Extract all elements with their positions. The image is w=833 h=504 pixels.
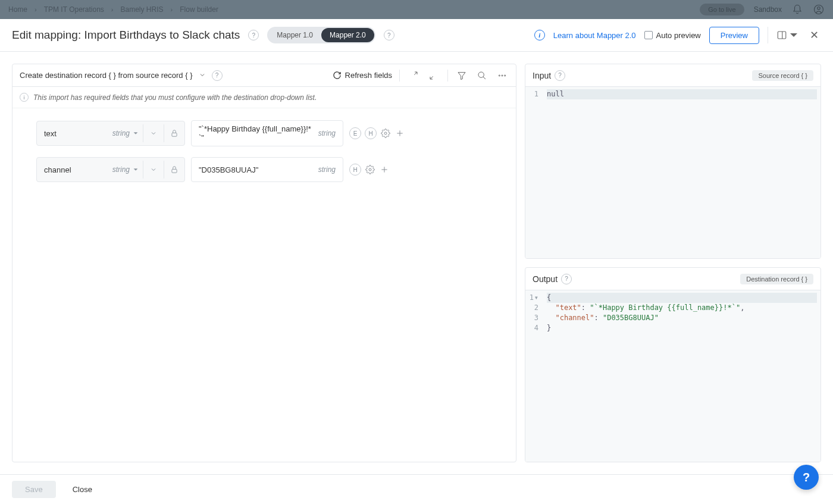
info-icon: i: [534, 30, 545, 40]
info-icon: i: [20, 93, 29, 102]
layout-toggle[interactable]: [776, 30, 799, 40]
caret-down-icon: [133, 131, 138, 136]
svg-line-8: [483, 77, 486, 79]
breadcrumb-item[interactable]: Flow builder: [180, 5, 218, 14]
svg-rect-12: [172, 133, 177, 136]
save-button[interactable]: Save: [12, 481, 56, 498]
chevron-down-icon[interactable]: [148, 166, 159, 173]
more-icon[interactable]: [496, 69, 509, 82]
help-icon[interactable]: ?: [212, 70, 223, 81]
mapper-v1-tab[interactable]: Mapper 1.0: [268, 28, 321, 42]
mapper-version-toggle: Mapper 1.0 Mapper 2.0: [267, 27, 375, 43]
auto-preview-checkbox[interactable]: Auto preview: [644, 31, 701, 40]
svg-point-13: [384, 132, 387, 134]
output-panel: Output ? Destination record { } 1▾234 { …: [525, 267, 821, 462]
preview-panel: Input ? Source record { } 1 null Output …: [525, 64, 821, 462]
sandbox-label: Sandbox: [754, 5, 782, 14]
svg-rect-16: [172, 169, 177, 173]
caret-down-icon: [133, 167, 138, 172]
breadcrumb-item[interactable]: Bamely HRIS: [121, 5, 164, 14]
help-fab[interactable]: ?: [794, 465, 819, 490]
svg-marker-6: [458, 72, 465, 79]
mapping-row: channel string "D035BG8UUAJ" string H: [36, 157, 509, 182]
divider: [768, 27, 768, 43]
row-actions: H: [349, 164, 390, 176]
footer: Save Close: [0, 474, 833, 504]
breadcrumb: Home › TPM IT Operations › Bamely HRIS ›…: [8, 5, 218, 14]
learn-mapper-link[interactable]: Learn about Mapper 2.0: [553, 31, 636, 40]
line-gutter: 1: [525, 87, 543, 258]
plus-icon[interactable]: [394, 128, 405, 139]
e-badge[interactable]: E: [349, 127, 361, 139]
h-badge[interactable]: H: [365, 127, 377, 139]
line-gutter: 1▾234: [525, 290, 543, 462]
svg-point-11: [505, 75, 506, 76]
close-button[interactable]: ✕: [807, 26, 821, 44]
chevron-right-icon: ›: [171, 6, 173, 13]
chevron-right-icon: ›: [35, 6, 37, 13]
help-icon[interactable]: ?: [555, 70, 565, 81]
destination-field-selector[interactable]: channel string: [36, 157, 185, 182]
expand-icon[interactable]: [407, 69, 420, 82]
mapper-v2-tab[interactable]: Mapper 2.0: [321, 28, 374, 42]
chevron-right-icon: ›: [111, 6, 114, 13]
auto-preview-label: Auto preview: [656, 31, 701, 40]
source-value-input[interactable]: "D035BG8UUAJ" string: [191, 157, 343, 182]
refresh-fields-button[interactable]: Refresh fields: [333, 71, 392, 80]
search-icon[interactable]: [475, 69, 488, 82]
breadcrumb-item[interactable]: Home: [8, 5, 27, 14]
filter-icon[interactable]: [455, 69, 468, 82]
checkbox-icon: [644, 31, 653, 39]
source-record-badge: Source record { }: [752, 70, 813, 81]
svg-line-5: [430, 76, 433, 79]
svg-line-4: [414, 72, 417, 75]
page-title: Edit mapping: Import Birthdays to Slack …: [12, 29, 240, 42]
help-icon[interactable]: ?: [248, 30, 259, 40]
close-button[interactable]: Close: [67, 481, 98, 498]
bell-icon[interactable]: [791, 4, 803, 15]
chevron-down-icon[interactable]: [199, 71, 206, 80]
collapse-icon[interactable]: [427, 69, 440, 82]
breadcrumb-item[interactable]: TPM IT Operations: [44, 5, 104, 14]
svg-point-9: [499, 75, 500, 76]
svg-point-10: [502, 75, 503, 76]
gear-icon[interactable]: [380, 128, 391, 139]
destination-field-selector[interactable]: text string: [36, 121, 185, 146]
gear-icon[interactable]: [365, 164, 375, 175]
input-code-editor[interactable]: 1 null: [525, 87, 821, 258]
output-header: Output ? Destination record { }: [525, 268, 821, 290]
output-code-editor[interactable]: 1▾234 { "text": "`*Happy Birthday {{full…: [525, 290, 821, 462]
go-live-pill[interactable]: Go to live: [700, 4, 744, 15]
lock-icon: [169, 165, 180, 174]
h-badge[interactable]: H: [349, 164, 361, 176]
chevron-down-icon[interactable]: [148, 130, 159, 137]
mapping-rows: text string "`*Happy Birthday {{full_nam…: [12, 108, 516, 189]
mapping-row: text string "`*Happy Birthday {{full_nam…: [36, 120, 509, 146]
mapping-panel-header: Create destination record { } from sourc…: [12, 64, 516, 87]
svg-point-17: [369, 168, 371, 171]
main-area: Create destination record { } from sourc…: [0, 52, 833, 474]
help-icon[interactable]: ?: [561, 274, 572, 284]
source-value-input[interactable]: "`*Happy Birthday {{full_name}}!*`" stri…: [191, 120, 343, 146]
svg-point-1: [818, 7, 821, 10]
preview-button[interactable]: Preview: [709, 27, 759, 44]
input-panel: Input ? Source record { } 1 null: [525, 64, 821, 259]
svg-rect-2: [778, 32, 786, 39]
input-header: Input ? Source record { }: [525, 64, 821, 87]
mapping-panel: Create destination record { } from sourc…: [12, 64, 516, 462]
create-record-label[interactable]: Create destination record { } from sourc…: [20, 71, 193, 80]
required-fields-info: i This import has required fields that y…: [12, 87, 516, 108]
help-icon[interactable]: ?: [384, 30, 394, 40]
output-title: Output: [533, 274, 558, 284]
page-header: Edit mapping: Import Birthdays to Slack …: [0, 19, 833, 52]
destination-record-badge: Destination record { }: [740, 274, 813, 284]
app-topbar: Home › TPM IT Operations › Bamely HRIS ›…: [0, 0, 833, 19]
input-title: Input: [533, 71, 551, 80]
lock-icon: [169, 129, 180, 137]
svg-point-7: [478, 72, 484, 77]
plus-icon[interactable]: [379, 164, 390, 175]
row-actions: E H: [349, 127, 405, 139]
user-avatar-icon[interactable]: [813, 4, 825, 15]
